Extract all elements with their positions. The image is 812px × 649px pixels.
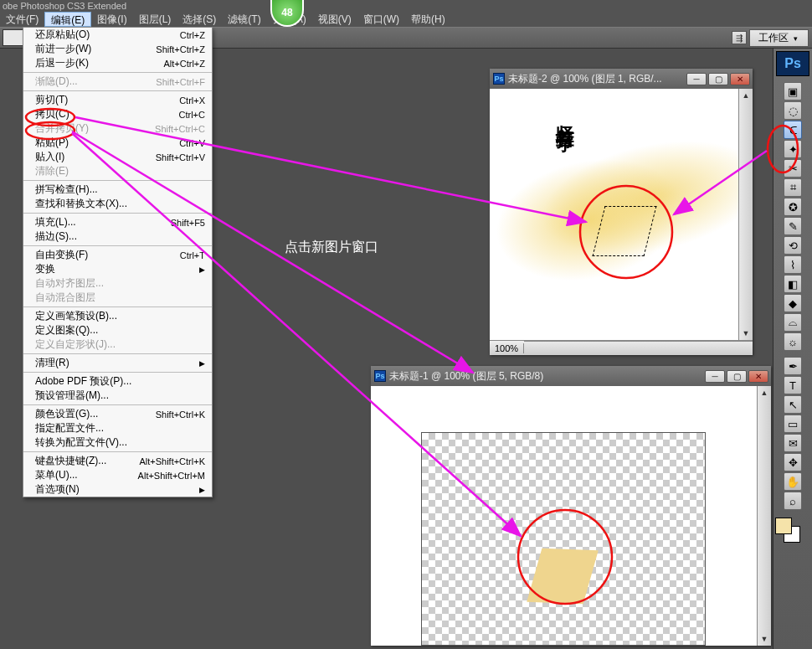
menu-item-拼写检查(H)...[interactable]: 拼写检查(H)...: [23, 183, 212, 197]
menu-item-渐隐(D)...: 渐隐(D)...Shift+Ctrl+F: [23, 75, 212, 89]
eyedropper-tool[interactable]: ✥: [784, 453, 802, 471]
maximize-button[interactable]: ▢: [727, 370, 747, 383]
menu-窗口(W)[interactable]: 窗口(W): [357, 12, 405, 27]
menu-item-Adobe PDF 预设(P)...[interactable]: Adobe PDF 预设(P)...: [23, 374, 212, 389]
doc2-canvas[interactable]: [371, 386, 757, 646]
menu-item-首选项(N)[interactable]: 首选项(N)▶: [23, 482, 212, 497]
tools-rail: Ps ▣◌ᑕ✦✂⌗✪✎⟲⌇◧◆⌓☼✒T↖▭✉✥✋⌕: [773, 49, 812, 649]
menu-滤镜(T)[interactable]: 滤镜(T): [222, 12, 266, 27]
heal-tool[interactable]: ✪: [784, 198, 802, 216]
close-button[interactable]: ✕: [748, 370, 768, 383]
vertical-text: 竖着打字: [552, 110, 578, 120]
move-tool[interactable]: ▣: [784, 82, 802, 100]
menu-item-定义自定形状(J)...: 定义自定形状(J)...: [23, 337, 212, 352]
go-to-bridge-icon[interactable]: ⇶: [732, 31, 747, 44]
document-window-1[interactable]: Ps 未标题-2 @ 100% (图层 1, RGB/... ─ ▢ ✕ 竖着打…: [490, 69, 753, 355]
menu-item-还原粘贴(O)[interactable]: 还原粘贴(O)Ctrl+Z: [23, 28, 212, 42]
menu-item-描边(S)...[interactable]: 描边(S)...: [23, 229, 212, 244]
menu-选择(S)[interactable]: 选择(S): [177, 12, 222, 27]
menu-item-定义画笔预设(B)...[interactable]: 定义画笔预设(B)...: [23, 309, 212, 323]
zoom-tool[interactable]: ⌕: [784, 492, 802, 510]
menu-item-填充(L)...[interactable]: 填充(L)...Shift+F5: [23, 215, 212, 229]
app-titlebar: obe Photoshop CS3 Extended: [0, 0, 812, 12]
transparent-canvas: [421, 432, 706, 646]
menu-文件(F)[interactable]: 文件(F): [0, 12, 44, 27]
horizontal-scrollbar[interactable]: [524, 341, 753, 355]
marquee-tool[interactable]: ◌: [784, 101, 802, 120]
menu-item-自动混合图层: 自动混合图层: [23, 291, 212, 305]
menu-帮助(H)[interactable]: 帮助(H): [405, 12, 451, 27]
menu-item-清除(E): 清除(E): [23, 164, 212, 178]
crop-tool[interactable]: ✂: [784, 159, 802, 178]
notes-tool[interactable]: ✉: [784, 434, 802, 452]
vertical-scrollbar[interactable]: ▲▼: [738, 89, 753, 340]
doc1-statusbar: 100%: [490, 340, 753, 355]
slice-tool[interactable]: ⌗: [784, 178, 802, 197]
doc1-canvas[interactable]: 竖着打字: [490, 89, 738, 340]
menu-item-合并拷贝(Y): 合并拷贝(Y)Shift+Ctrl+C: [23, 121, 212, 136]
minimize-button[interactable]: ─: [705, 370, 725, 383]
shape-tool[interactable]: ▭: [784, 415, 802, 433]
stamp-tool[interactable]: ⟲: [784, 236, 802, 255]
menubar[interactable]: 文件(F)编辑(E)图像(I)图层(L)选择(S)滤镜(T)分析(A)视图(V)…: [0, 12, 812, 27]
wand-tool[interactable]: ✦: [784, 140, 802, 158]
menu-item-查找和替换文本(X)...[interactable]: 查找和替换文本(X)...: [23, 197, 212, 211]
menu-item-清理(R)[interactable]: 清理(R)▶: [23, 356, 212, 370]
menu-视图(V)[interactable]: 视图(V): [312, 12, 357, 27]
ps-doc-icon: Ps: [493, 73, 505, 85]
menu-item-定义图案(Q)...[interactable]: 定义图案(Q)...: [23, 323, 212, 337]
history-brush-tool[interactable]: ⌇: [784, 255, 802, 274]
menu-item-拷贝(C)[interactable]: 拷贝(C)Ctrl+C: [23, 107, 212, 121]
menu-图像(I)[interactable]: 图像(I): [91, 12, 132, 27]
blur-tool[interactable]: ⌓: [784, 313, 802, 332]
vertical-scrollbar[interactable]: ▲▼: [757, 386, 771, 646]
path-select-tool[interactable]: ↖: [784, 395, 802, 414]
doc1-zoom[interactable]: 100%: [490, 343, 524, 353]
eraser-tool[interactable]: ◧: [784, 275, 802, 293]
type-tool[interactable]: T: [784, 376, 802, 394]
menu-item-转换为配置文件(V)...[interactable]: 转换为配置文件(V)...: [23, 435, 212, 450]
doc2-titlebar[interactable]: Ps 未标题-1 @ 100% (图层 5, RGB/8) ─ ▢ ✕: [371, 366, 771, 386]
ps-logo-icon[interactable]: Ps: [776, 51, 809, 76]
menu-item-前进一步(W)[interactable]: 前进一步(W)Shift+Ctrl+Z: [23, 42, 212, 56]
edit-menu-dropdown[interactable]: 还原粘贴(O)Ctrl+Z前进一步(W)Shift+Ctrl+Z后退一步(K)A…: [23, 27, 213, 497]
maximize-button[interactable]: ▢: [708, 73, 728, 85]
menu-item-后退一步(K)[interactable]: 后退一步(K)Alt+Ctrl+Z: [23, 56, 212, 70]
workspace-menu[interactable]: 工作区: [749, 29, 809, 47]
menu-item-菜单(U)...[interactable]: 菜单(U)...Alt+Shift+Ctrl+M: [23, 468, 212, 482]
menu-item-指定配置文件...[interactable]: 指定配置文件...: [23, 421, 212, 435]
app-title: obe Photoshop CS3 Extended: [3, 1, 126, 11]
doc1-title: 未标题-2 @ 100% (图层 1, RGB/...: [508, 72, 685, 86]
menu-item-粘贴(P)[interactable]: 粘贴(P)Ctrl+V: [23, 136, 212, 150]
gradient-tool[interactable]: ◆: [784, 294, 802, 312]
document-window-2[interactable]: Ps 未标题-1 @ 100% (图层 5, RGB/8) ─ ▢ ✕ ▲▼: [371, 366, 771, 646]
doc1-titlebar[interactable]: Ps 未标题-2 @ 100% (图层 1, RGB/... ─ ▢ ✕: [490, 69, 753, 89]
brush-tool[interactable]: ✎: [784, 217, 802, 235]
doc2-title: 未标题-1 @ 100% (图层 5, RGB/8): [389, 369, 703, 384]
menu-图层(L)[interactable]: 图层(L): [133, 12, 177, 27]
pen-tool[interactable]: ✒: [784, 357, 802, 375]
hand-tool[interactable]: ✋: [784, 472, 802, 491]
lasso-tool[interactable]: ᑕ: [784, 121, 802, 139]
menu-item-颜色设置(G)...[interactable]: 颜色设置(G)...Shift+Ctrl+K: [23, 407, 212, 421]
menu-item-预设管理器(M)...[interactable]: 预设管理器(M)...: [23, 389, 212, 403]
close-button[interactable]: ✕: [730, 73, 750, 85]
ps-doc-icon: Ps: [374, 370, 386, 382]
menu-item-自由变换(F)[interactable]: 自由变换(F)Ctrl+T: [23, 248, 212, 262]
menu-item-贴入(I)[interactable]: 贴入(I)Shift+Ctrl+V: [23, 150, 212, 164]
menu-编辑(E)[interactable]: 编辑(E): [44, 12, 91, 27]
menu-item-键盘快捷键(Z)...[interactable]: 键盘快捷键(Z)...Alt+Shift+Ctrl+K: [23, 454, 212, 468]
foreground-color-swatch[interactable]: [775, 518, 792, 534]
color-swatches[interactable]: [773, 516, 802, 544]
menu-item-变换[interactable]: 变换▶: [23, 262, 212, 276]
menu-item-自动对齐图层...: 自动对齐图层...: [23, 276, 212, 291]
dodge-tool[interactable]: ☼: [784, 332, 802, 351]
annotation-label: 点击新图片窗口: [285, 240, 378, 254]
minimize-button[interactable]: ─: [686, 73, 707, 85]
menu-item-剪切(T)[interactable]: 剪切(T)Ctrl+X: [23, 93, 212, 107]
